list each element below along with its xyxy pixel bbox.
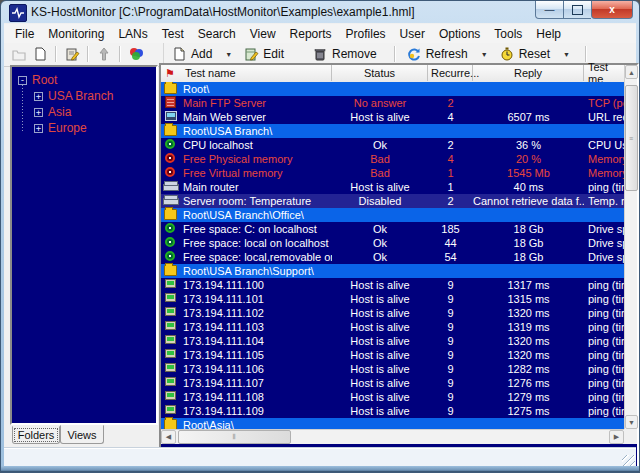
minimize-button[interactable]: — (535, 1, 564, 19)
scroll-left-icon[interactable]: ◀ (161, 430, 176, 444)
test-row[interactable]: Free space: local,removable on loc...Ok5… (161, 250, 624, 264)
cell-reply: 1320 ms (473, 306, 584, 320)
tree-node-asia[interactable]: +Asia (34, 104, 71, 120)
cell-recurrences: 9 (428, 278, 473, 292)
horizontal-scroll-thumb[interactable]: ⦀ (178, 430, 291, 444)
add-button[interactable]: Add (168, 45, 215, 63)
cell-status: Host is alive (332, 348, 428, 362)
scroll-down-icon[interactable]: ▼ (625, 415, 638, 429)
trash-icon (312, 46, 328, 62)
cell-test-method: ping (tim (588, 390, 624, 404)
test-row[interactable]: Server room: TemperatureDisabled2Cannot … (161, 194, 624, 208)
expand-icon[interactable]: + (34, 108, 43, 117)
menu-file[interactable]: File (8, 25, 41, 43)
test-row[interactable]: 173.194.111.106Host is alive91282 msping… (161, 362, 624, 376)
new-file-icon[interactable] (32, 46, 48, 62)
collapse-icon[interactable]: - (18, 76, 27, 85)
test-row[interactable]: Free space: local on localhostOk4418 GbD… (161, 236, 624, 250)
test-row[interactable]: Main FTP ServerNo answer2TCP (po (161, 96, 624, 110)
test-row[interactable]: Free space: C: on localhostOk18518 GbDri… (161, 222, 624, 236)
menu-view[interactable]: View (243, 25, 283, 43)
group-path: Root\USA Branch\Office\ (183, 208, 304, 222)
cell-recurrences: 9 (428, 348, 473, 362)
menu-search[interactable]: Search (191, 25, 243, 43)
vertical-scroll-thumb[interactable]: ≡ (625, 85, 638, 191)
group-row[interactable]: Root\USA Branch\Support\ (161, 264, 624, 278)
group-row[interactable]: Root\Asia\ (161, 418, 624, 429)
upload-icon[interactable] (96, 46, 112, 62)
test-row[interactable]: Main routerHost is alive140 msping (tim (161, 180, 624, 194)
menu-test[interactable]: Test (155, 25, 191, 43)
refresh-dropdown-icon[interactable]: ▼ (481, 51, 488, 58)
tree-label[interactable]: Root (32, 73, 57, 87)
expand-icon[interactable]: + (34, 124, 43, 133)
group-row[interactable]: Root\USA Branch\Office\ (161, 208, 624, 222)
cell-test-method: ping (tim (588, 334, 624, 348)
menu-monitoring[interactable]: Monitoring (41, 25, 111, 43)
test-row[interactable]: 173.194.111.100Host is alive91317 msping… (161, 278, 624, 292)
tree-node-europe[interactable]: +Europe (34, 120, 87, 136)
edit-button[interactable]: Edit (240, 45, 287, 63)
refresh-button[interactable]: Refresh (403, 45, 471, 63)
cell-test-name: Server room: Temperature (183, 194, 332, 208)
test-row[interactable]: 173.194.111.102Host is alive91320 msping… (161, 306, 624, 320)
column-test-method[interactable]: Test me (584, 65, 624, 81)
cell-reply: 1320 ms (473, 348, 584, 362)
menu-lans[interactable]: LANs (111, 25, 154, 43)
reset-button[interactable]: Reset (496, 45, 553, 63)
tree-label[interactable]: Europe (48, 121, 87, 135)
reset-dropdown-icon[interactable]: ▼ (563, 51, 570, 58)
tree-label[interactable]: USA Branch (48, 89, 113, 103)
cell-status: Ok (332, 138, 428, 152)
test-row[interactable]: 173.194.111.103Host is alive91319 msping… (161, 320, 624, 334)
maximize-button[interactable] (564, 1, 591, 19)
menu-options[interactable]: Options (432, 25, 487, 43)
test-row[interactable]: 173.194.111.107Host is alive91276 msping… (161, 376, 624, 390)
palette-icon[interactable] (128, 46, 144, 62)
menu-user[interactable]: User (393, 25, 432, 43)
test-row[interactable]: 173.194.111.105Host is alive91320 msping… (161, 348, 624, 362)
test-row[interactable]: 173.194.111.104Host is alive91320 msping… (161, 334, 624, 348)
cell-test-name: Free space: local,removable on loc... (183, 250, 332, 264)
menu-profiles[interactable]: Profiles (339, 25, 393, 43)
test-row[interactable]: Free Physical memoryBad420 %Memory (161, 152, 624, 166)
edit-file-icon[interactable] (64, 46, 80, 62)
expand-icon[interactable]: + (34, 92, 43, 101)
add-dropdown-icon[interactable]: ▼ (225, 51, 232, 58)
test-row[interactable]: Free Virtual memoryBad11545 MbMemory (161, 166, 624, 180)
edit-icon (243, 46, 259, 62)
scroll-right-icon[interactable]: ▶ (609, 430, 624, 444)
toolbar-separator (394, 46, 396, 62)
menu-help[interactable]: Help (529, 25, 568, 43)
menu-reports[interactable]: Reports (283, 25, 339, 43)
new-folder-icon[interactable] (11, 46, 27, 62)
test-row[interactable]: 173.194.111.101Host is alive91315 msping… (161, 292, 624, 306)
horizontal-scrollbar[interactable]: ◀ ⦀ ▶ (161, 429, 624, 444)
column-recurrences[interactable]: Recurre... (428, 65, 473, 81)
scroll-up-icon[interactable]: ▲ (625, 65, 638, 79)
menu-bar: FileMonitoringLANsTestSearchViewReportsP… (4, 24, 636, 44)
cell-status: Bad (332, 166, 428, 180)
column-test-name[interactable]: ⚑ Test name (161, 65, 332, 81)
vertical-scrollbar[interactable]: ▲ ≡ ▼ (624, 65, 637, 429)
test-row[interactable]: 173.194.111.108Host is alive91279 msping… (161, 390, 624, 404)
column-reply[interactable]: Reply (473, 65, 584, 81)
cell-status: Host is alive (332, 320, 428, 334)
test-row[interactable]: 173.194.111.109Host is alive91275 msping… (161, 404, 624, 418)
cell-status: Ok (332, 222, 428, 236)
tree-node-usa-branch[interactable]: +USA Branch (34, 88, 113, 104)
column-status[interactable]: Status (332, 65, 428, 81)
test-row[interactable]: Main Web serverHost is alive46507 msURL … (161, 110, 624, 124)
tree-node-root[interactable]: - Root (18, 72, 57, 88)
test-row[interactable]: CPU localhostOk236 %CPU Us (161, 138, 624, 152)
menu-tools[interactable]: Tools (487, 25, 529, 43)
tree-label[interactable]: Asia (48, 105, 71, 119)
group-row[interactable]: Root\USA Branch\ (161, 124, 624, 138)
remove-button[interactable]: Remove (309, 45, 380, 63)
cell-test-name: Free Physical memory (183, 152, 332, 166)
title-bar[interactable]: KS-HostMonitor [C:\ProgramData\HostMonit… (1, 1, 639, 23)
close-button[interactable]: x (591, 1, 633, 19)
group-row[interactable]: Root\ (161, 82, 624, 96)
tab-folders[interactable]: Folders (12, 426, 60, 444)
tab-views[interactable]: Views (60, 425, 104, 444)
